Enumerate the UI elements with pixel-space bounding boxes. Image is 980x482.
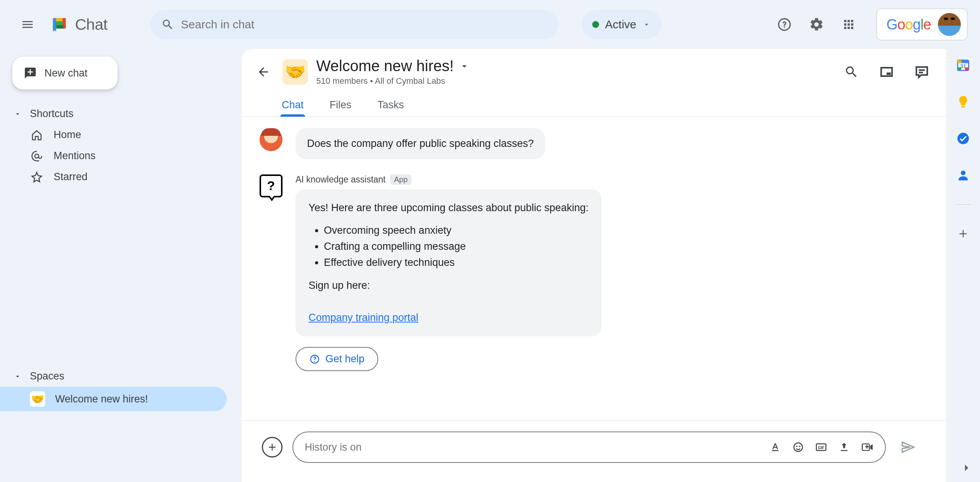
settings-button[interactable]: [807, 15, 826, 34]
search-icon: [844, 65, 859, 79]
chat-logo-icon: [50, 15, 69, 34]
bot-list-item: Effective delivery techniques: [324, 255, 588, 271]
compose-area: GIF: [242, 420, 946, 482]
svg-text:31: 31: [960, 63, 966, 69]
svg-point-14: [957, 133, 969, 144]
tab-files[interactable]: Files: [328, 94, 353, 116]
room-emoji-icon: 🤝: [283, 59, 308, 85]
help-icon: [777, 17, 792, 32]
back-button[interactable]: [253, 61, 274, 83]
keep-icon: [956, 95, 970, 109]
sidebar: New chat Shortcuts Home Mentions Starred: [0, 0, 242, 482]
video-button[interactable]: [861, 441, 874, 453]
tab-chat[interactable]: Chat: [280, 94, 305, 116]
apps-button[interactable]: [840, 15, 858, 34]
handshake-icon: 🤝: [30, 391, 45, 407]
new-chat-button[interactable]: New chat: [12, 57, 118, 90]
bot-class-list: Overcoming speech anxiety Crafting a com…: [324, 223, 588, 271]
chat-lines-icon: [915, 65, 929, 79]
chevron-right-icon: [960, 461, 973, 474]
top-actions: Google: [775, 8, 968, 41]
calendar-icon: 31: [956, 58, 970, 72]
rail-tasks[interactable]: [956, 131, 971, 146]
google-account-box[interactable]: Google: [876, 8, 968, 41]
status-label: Active: [605, 18, 637, 31]
emoji-button[interactable]: [792, 441, 804, 453]
search-in-conversation-button[interactable]: [842, 63, 861, 81]
format-button[interactable]: [769, 441, 781, 453]
send-icon: [900, 440, 916, 455]
toggle-panel-button[interactable]: [877, 63, 896, 81]
svg-point-1: [794, 443, 803, 452]
get-help-button[interactable]: Get help: [296, 347, 378, 371]
get-help-label: Get help: [325, 353, 364, 365]
bot-list-item: Overcoming speech anxiety: [324, 223, 588, 239]
format-text-icon: [769, 441, 781, 453]
svg-text:GIF: GIF: [818, 446, 825, 450]
rail-calendar[interactable]: 31: [956, 57, 971, 73]
video-add-icon: [861, 441, 874, 453]
caret-down-icon: [14, 110, 21, 118]
person-icon: [956, 168, 970, 182]
panel-icon: [879, 65, 894, 79]
app-badge: App: [390, 174, 412, 185]
nav-home-label: Home: [54, 129, 81, 141]
help-button[interactable]: [775, 15, 794, 34]
nav-starred[interactable]: Starred: [0, 166, 227, 187]
spaces-label: Spaces: [30, 370, 64, 382]
compose-input[interactable]: [305, 441, 764, 453]
right-rail: 31: [946, 0, 980, 482]
rail-keep[interactable]: [956, 94, 971, 109]
tabs: Chat Files Tasks: [242, 86, 946, 117]
rail-divider: [956, 204, 971, 205]
svg-point-3: [799, 446, 800, 447]
upload-icon: [838, 441, 850, 453]
spaces-header[interactable]: Spaces: [0, 366, 242, 387]
user-message-bubble: Does the company offer public speaking c…: [296, 128, 545, 159]
gif-button[interactable]: GIF: [815, 441, 827, 453]
compose-add-button[interactable]: [262, 437, 283, 458]
nav-mentions[interactable]: Mentions: [0, 145, 227, 166]
tab-tasks[interactable]: Tasks: [376, 94, 405, 116]
shortcuts-header[interactable]: Shortcuts: [0, 103, 242, 124]
status-dot-icon: [592, 21, 599, 28]
rail-contacts[interactable]: [956, 168, 971, 183]
brand: Chat: [50, 15, 108, 34]
apps-grid-icon: [842, 18, 856, 31]
search-bar[interactable]: [150, 10, 559, 39]
help-circle-icon: [309, 354, 320, 365]
plus-icon: [266, 441, 278, 453]
brand-name: Chat: [75, 16, 108, 34]
nav-mentions-label: Mentions: [54, 150, 96, 162]
bot-name: AI knowledge assistant: [296, 174, 385, 185]
nav-home[interactable]: Home: [0, 124, 227, 145]
svg-point-15: [961, 171, 965, 175]
main-menu-button[interactable]: [12, 9, 43, 40]
room-title: Welcome new hires!: [316, 57, 454, 75]
mention-icon: [31, 150, 42, 162]
space-welcome-new-hires[interactable]: 🤝 Welcome new hires!: [0, 387, 227, 411]
chevron-down-icon[interactable]: [459, 61, 470, 72]
rail-collapse-button[interactable]: [960, 461, 973, 474]
arrow-left-icon: [256, 65, 270, 79]
thread-button[interactable]: [913, 63, 931, 81]
star-icon: [31, 171, 42, 183]
training-portal-link[interactable]: Company training portal: [309, 312, 418, 323]
top-bar: Chat Active Google: [0, 0, 980, 49]
bot-list-item: Crafting a compelling message: [324, 239, 588, 255]
bot-avatar-icon: ?: [260, 174, 283, 197]
message-list: Does the company offer public speaking c…: [242, 117, 946, 420]
rail-add[interactable]: [956, 226, 971, 241]
user-message-avatar: [260, 128, 283, 151]
send-button[interactable]: [900, 440, 916, 455]
hamburger-icon: [21, 18, 34, 31]
user-avatar[interactable]: [938, 13, 961, 36]
compose-box[interactable]: GIF: [292, 432, 886, 463]
status-chip[interactable]: Active: [581, 10, 662, 39]
shortcuts-label: Shortcuts: [30, 108, 74, 120]
conversation-header: 🤝 Welcome new hires! 510 members • All o…: [242, 49, 946, 86]
upload-button[interactable]: [838, 441, 850, 453]
space-name-label: Welcome new hires!: [55, 393, 148, 405]
search-input[interactable]: [181, 18, 548, 31]
main-panel: 🤝 Welcome new hires! 510 members • All o…: [242, 0, 946, 482]
